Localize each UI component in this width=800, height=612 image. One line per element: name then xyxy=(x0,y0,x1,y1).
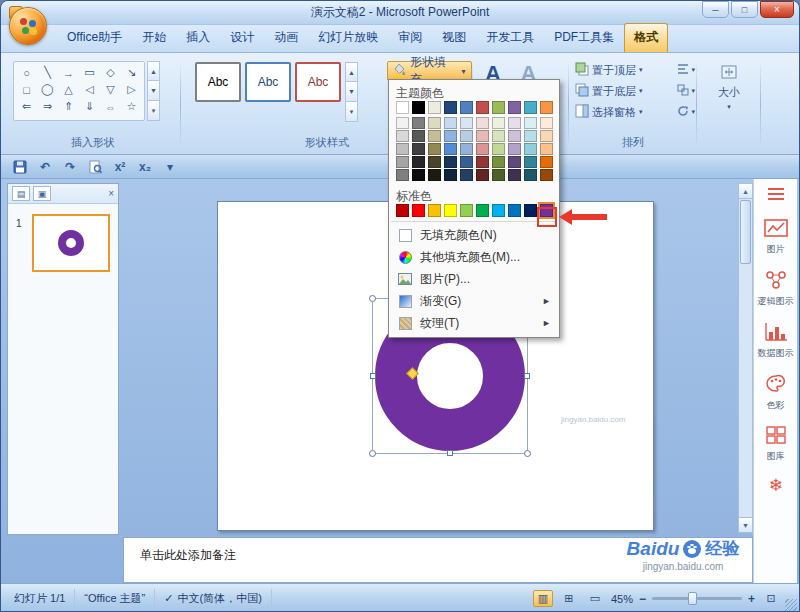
color-swatch[interactable] xyxy=(396,156,409,168)
normal-view-button[interactable]: ▥ xyxy=(533,590,553,607)
color-swatch[interactable] xyxy=(540,143,553,155)
shape-button[interactable]: ⇔ xyxy=(100,98,121,115)
qat-customize-button[interactable]: ▾ xyxy=(161,158,179,176)
shape-style-preview[interactable]: Abc xyxy=(195,62,241,102)
color-swatch[interactable] xyxy=(508,169,521,181)
color-swatch[interactable] xyxy=(412,117,425,129)
color-swatch[interactable] xyxy=(524,101,537,114)
language-indicator[interactable]: ✓ 中文(简体，中国) xyxy=(155,589,272,609)
color-swatch[interactable] xyxy=(476,204,489,217)
color-swatch[interactable] xyxy=(412,143,425,155)
shape-button[interactable]: ▭ xyxy=(79,64,100,81)
fill-menu-item[interactable]: 其他填充颜色(M)... xyxy=(389,246,559,268)
styles-up-icon[interactable]: ▲ xyxy=(345,62,358,82)
color-swatch[interactable] xyxy=(444,204,457,217)
color-swatch[interactable] xyxy=(476,156,489,168)
redo-button[interactable]: ↷ xyxy=(61,158,79,176)
styles-down-icon[interactable]: ▼ xyxy=(345,82,358,102)
align-button[interactable]: ▾ xyxy=(677,61,695,79)
color-swatch[interactable] xyxy=(508,130,521,142)
ribbon-tab-5[interactable]: 幻灯片放映 xyxy=(308,23,388,52)
scroll-up-icon[interactable]: ▲ xyxy=(739,184,752,199)
theme-indicator[interactable]: “Office 主题” xyxy=(75,589,155,609)
color-swatch[interactable] xyxy=(444,101,457,114)
minimize-button[interactable]: ─ xyxy=(702,1,729,18)
gallery-up-icon[interactable]: ▲ xyxy=(147,61,160,81)
color-swatch[interactable] xyxy=(460,117,473,129)
resize-handle[interactable] xyxy=(524,373,530,379)
color-swatch[interactable] xyxy=(524,156,537,168)
color-swatch[interactable] xyxy=(508,143,521,155)
shape-button[interactable]: ╲ xyxy=(37,64,58,81)
color-swatch[interactable] xyxy=(492,204,505,217)
size-button[interactable]: 大小 ▾ xyxy=(697,64,761,111)
shape-button[interactable]: ▽ xyxy=(100,81,121,98)
close-button[interactable]: × xyxy=(760,1,794,18)
rotate-button[interactable]: ▾ xyxy=(677,103,695,121)
slide-sorter-view-button[interactable]: ⊞ xyxy=(559,590,579,607)
ribbon-tab-2[interactable]: 插入 xyxy=(176,23,220,52)
arrange-send-back-button[interactable]: 置于底层▾ xyxy=(573,82,673,100)
ribbon-tab-0[interactable]: Office助手 xyxy=(57,23,132,52)
color-swatch[interactable] xyxy=(492,156,505,168)
fill-menu-item[interactable]: 无填充颜色(N) xyxy=(389,224,559,246)
undo-button[interactable]: ↶ xyxy=(36,158,54,176)
slides-tab-icon[interactable]: ▣ xyxy=(33,186,51,201)
resize-handle[interactable] xyxy=(447,450,453,456)
color-swatch[interactable] xyxy=(476,130,489,142)
color-swatch[interactable] xyxy=(428,143,441,155)
color-swatch[interactable] xyxy=(524,169,537,181)
color-swatch[interactable] xyxy=(396,117,409,129)
color-swatch[interactable] xyxy=(524,130,537,142)
color-swatch[interactable] xyxy=(508,101,521,114)
color-swatch[interactable] xyxy=(444,143,457,155)
panel-close-icon[interactable]: × xyxy=(108,188,114,199)
color-swatch[interactable] xyxy=(396,143,409,155)
adjust-handle[interactable] xyxy=(406,367,419,380)
zoom-slider-thumb[interactable] xyxy=(688,592,697,605)
shape-button[interactable]: ▷ xyxy=(121,81,142,98)
color-swatch[interactable] xyxy=(492,130,505,142)
ribbon-tab-10[interactable]: 格式 xyxy=(624,23,668,52)
shape-button[interactable]: ☆ xyxy=(121,98,142,115)
color-swatch[interactable] xyxy=(524,204,537,217)
resize-handle[interactable] xyxy=(370,373,376,379)
fit-to-window-button[interactable]: ⊡ xyxy=(761,590,781,607)
ribbon-tab-7[interactable]: 视图 xyxy=(432,23,476,52)
arrange-selection-pane-button[interactable]: 选择窗格▾ xyxy=(573,103,673,121)
shape-button[interactable]: ⇑ xyxy=(58,98,79,115)
color-swatch[interactable] xyxy=(412,156,425,168)
color-swatch[interactable] xyxy=(540,117,553,129)
gallery-down-icon[interactable]: ▼ xyxy=(147,81,160,101)
ribbon-tab-1[interactable]: 开始 xyxy=(132,23,176,52)
color-swatch[interactable] xyxy=(524,117,537,129)
color-swatch[interactable] xyxy=(492,117,505,129)
shape-style-preview[interactable]: Abc xyxy=(245,62,291,102)
color-swatch[interactable] xyxy=(540,101,553,114)
ribbon-tab-8[interactable]: 开发工具 xyxy=(476,23,544,52)
resize-grip[interactable] xyxy=(785,599,797,611)
slideshow-view-button[interactable]: ▭ xyxy=(585,590,605,607)
color-swatch[interactable] xyxy=(460,169,473,181)
color-swatch[interactable] xyxy=(476,143,489,155)
zoom-level[interactable]: 45% xyxy=(611,593,633,605)
ribbon-tab-3[interactable]: 设计 xyxy=(220,23,264,52)
shape-button[interactable]: ◁ xyxy=(79,81,100,98)
fill-menu-item[interactable]: 图片(P)... xyxy=(389,268,559,290)
color-swatch[interactable] xyxy=(460,130,473,142)
group-objects-button[interactable]: ▾ xyxy=(677,82,695,100)
slide-thumbnail[interactable] xyxy=(32,214,110,272)
color-swatch[interactable] xyxy=(460,156,473,168)
shape-style-preview[interactable]: Abc xyxy=(295,62,341,102)
color-swatch[interactable] xyxy=(444,169,457,181)
color-swatch[interactable] xyxy=(476,169,489,181)
superscript-button[interactable]: x² xyxy=(111,158,129,176)
color-swatch[interactable] xyxy=(508,204,521,217)
color-swatch[interactable] xyxy=(428,156,441,168)
color-swatch[interactable] xyxy=(428,117,441,129)
vertical-scrollbar[interactable]: ▲ ▼ xyxy=(738,183,753,533)
notes-pane[interactable]: 单击此处添加备注 xyxy=(123,537,753,583)
scroll-down-icon[interactable]: ▼ xyxy=(739,517,752,532)
ribbon-tab-4[interactable]: 动画 xyxy=(264,23,308,52)
color-swatch[interactable] xyxy=(396,204,409,217)
